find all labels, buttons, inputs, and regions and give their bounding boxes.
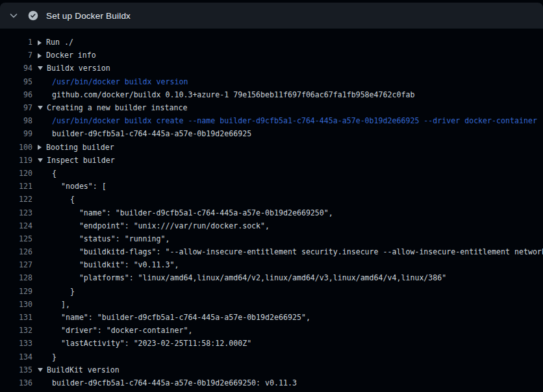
line-text: github.com/docker/buildx 0.10.3+azure-1 …	[32, 90, 414, 99]
line-number[interactable]: 132	[0, 326, 32, 335]
log-line: 120 {	[0, 167, 543, 180]
line-text: }	[32, 287, 75, 296]
line-number[interactable]: 126	[0, 247, 32, 256]
line-text: BuildKit version	[32, 365, 120, 374]
log-group-header[interactable]: 97 Creating a new builder instance	[0, 101, 543, 114]
log-line: 134 }	[0, 350, 543, 363]
line-text: "buildkit": "v0.11.3",	[32, 260, 179, 269]
line-text: "platforms": "linux/amd64,linux/amd64/v2…	[32, 273, 446, 282]
log-line: 133 "lastActivity": "2023-02-25T11:58:12…	[0, 337, 543, 350]
log-line: 130 ],	[0, 298, 543, 311]
line-text: Booting builder	[32, 143, 114, 152]
line-number[interactable]: 95	[0, 77, 32, 86]
line-text: "buildkitd-flags": "--allow-insecure-ent…	[32, 247, 543, 256]
line-number[interactable]: 1	[0, 38, 32, 47]
log-line: 121 "nodes": [	[0, 180, 543, 193]
group-collapse-icon[interactable]	[38, 368, 43, 372]
line-number[interactable]: 134	[0, 352, 32, 361]
log-line: 128 "platforms": "linux/amd64,linux/amd6…	[0, 271, 543, 284]
line-text: /usr/bin/docker buildx version	[32, 77, 188, 86]
group-title: BuildKit version	[47, 365, 120, 374]
log-line: 98 /usr/bin/docker buildx create --name …	[0, 114, 543, 127]
line-number[interactable]: 121	[0, 182, 32, 191]
log-line: 132 "driver": "docker-container",	[0, 324, 543, 337]
log-group-header[interactable]: 119 Inspect builder	[0, 154, 543, 167]
log-line: 124 "endpoint": "unix:///var/run/docker.…	[0, 219, 543, 232]
log-line: 95 /usr/bin/docker buildx version	[0, 75, 543, 88]
log-group-header[interactable]: 135 BuildKit version	[0, 363, 543, 376]
log-group-header[interactable]: 7 Docker info	[0, 49, 543, 62]
group-title: Buildx version	[47, 64, 110, 73]
log-line: 127 "buildkit": "v0.11.3",	[0, 258, 543, 271]
line-text: builder-d9cfb5a1-c764-445a-a57e-0b19d2e6…	[32, 378, 297, 387]
line-text: Creating a new builder instance	[32, 103, 187, 112]
group-collapse-icon[interactable]	[38, 158, 43, 162]
line-number[interactable]: 127	[0, 260, 32, 269]
group-title: Run ./	[46, 38, 73, 47]
log-group-header[interactable]: 1 Run ./	[0, 36, 543, 49]
log-line: 122 {	[0, 193, 543, 206]
group-title: Inspect builder	[47, 156, 115, 165]
line-text: "status": "running",	[32, 234, 170, 243]
group-title: Docker info	[46, 51, 96, 60]
log-viewer: 1 Run ./ 7 Docker info 94 Buildx version…	[0, 36, 543, 389]
line-number[interactable]: 119	[0, 156, 32, 165]
line-text: "name": "builder-d9cfb5a1-c764-445a-a57e…	[32, 208, 333, 217]
group-collapse-icon[interactable]	[38, 106, 43, 110]
log-line: 136 builder-d9cfb5a1-c764-445a-a57e-0b19…	[0, 376, 543, 389]
log-line: 129 }	[0, 285, 543, 298]
group-expand-icon[interactable]	[38, 53, 42, 58]
line-text: Buildx version	[32, 64, 110, 73]
group-title: Booting builder	[46, 143, 114, 152]
chevron-down-icon[interactable]	[8, 10, 19, 21]
group-expand-icon[interactable]	[38, 145, 42, 150]
line-text: "driver": "docker-container",	[32, 326, 192, 335]
line-number[interactable]: 136	[0, 378, 32, 387]
group-collapse-icon[interactable]	[38, 66, 43, 70]
line-text: Docker info	[32, 51, 96, 60]
line-text: "endpoint": "unix:///var/run/docker.sock…	[32, 221, 270, 230]
log-line: 125 "status": "running",	[0, 232, 543, 245]
line-number[interactable]: 129	[0, 287, 32, 296]
line-text: "nodes": [	[32, 182, 107, 191]
line-number[interactable]: 123	[0, 208, 32, 217]
line-number[interactable]: 122	[0, 195, 32, 204]
line-number[interactable]: 100	[0, 143, 32, 152]
group-title: Creating a new builder instance	[47, 103, 187, 112]
group-expand-icon[interactable]	[38, 40, 42, 45]
line-text: /usr/bin/docker buildx create --name bui…	[32, 116, 537, 125]
line-text: "lastActivity": "2023-02-25T11:58:12.000…	[32, 339, 251, 348]
line-number[interactable]: 98	[0, 116, 32, 125]
line-text: ],	[32, 300, 70, 309]
line-number[interactable]: 124	[0, 221, 32, 230]
check-circle-icon	[28, 10, 38, 21]
log-line: 123 "name": "builder-d9cfb5a1-c764-445a-…	[0, 206, 543, 219]
line-text: }	[32, 352, 57, 361]
line-number[interactable]: 96	[0, 90, 32, 99]
line-number[interactable]: 135	[0, 365, 32, 374]
line-number[interactable]: 97	[0, 103, 32, 112]
step-header[interactable]: Set up Docker Buildx	[0, 3, 543, 29]
log-line: 99 builder-d9cfb5a1-c764-445a-a57e-0b19d…	[0, 127, 543, 140]
log-group-header[interactable]: 94 Buildx version	[0, 62, 543, 75]
line-number[interactable]: 133	[0, 339, 32, 348]
step-title: Set up Docker Buildx	[46, 11, 131, 21]
line-number[interactable]: 130	[0, 300, 32, 309]
log-line: 96 github.com/docker/buildx 0.10.3+azure…	[0, 88, 543, 101]
line-text: builder-d9cfb5a1-c764-445a-a57e-0b19d2e6…	[32, 129, 251, 138]
line-number[interactable]: 7	[0, 51, 32, 60]
line-text: "name": "builder-d9cfb5a1-c764-445a-a57e…	[32, 313, 310, 322]
line-number[interactable]: 125	[0, 234, 32, 243]
actions-log-viewer: Set up Docker Buildx 1 Run ./ 7 Docker i…	[0, 0, 543, 392]
line-number[interactable]: 99	[0, 129, 32, 138]
line-text: Run ./	[32, 38, 73, 47]
line-number[interactable]: 131	[0, 313, 32, 322]
log-line: 126 "buildkitd-flags": "--allow-insecure…	[0, 245, 543, 258]
line-text: {	[32, 169, 57, 178]
line-number[interactable]: 94	[0, 64, 32, 73]
log-group-header[interactable]: 100 Booting builder	[0, 141, 543, 154]
log-line: 131 "name": "builder-d9cfb5a1-c764-445a-…	[0, 311, 543, 324]
line-number[interactable]: 120	[0, 169, 32, 178]
line-number[interactable]: 128	[0, 273, 32, 282]
line-text: {	[32, 195, 75, 204]
